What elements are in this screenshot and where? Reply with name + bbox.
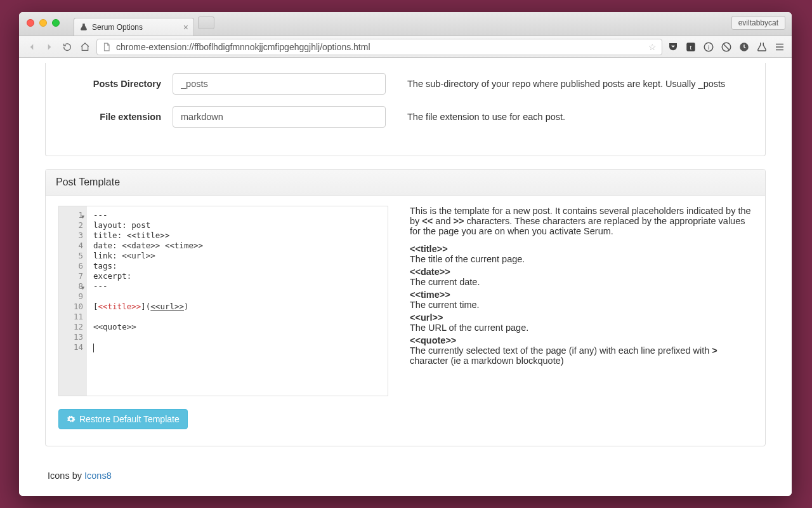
gear-icon — [67, 415, 75, 424]
posts-dir-input[interactable] — [173, 73, 386, 95]
minimize-window-button[interactable] — [39, 19, 47, 27]
close-window-button[interactable] — [27, 19, 34, 27]
tab-title: Serum Options — [92, 23, 143, 32]
tab-close-icon[interactable]: × — [183, 23, 188, 32]
posts-dir-row: Posts Directory The sub-directory of you… — [58, 73, 752, 95]
editor-code[interactable]: ---layout: posttitle: <<title>>date: <<d… — [87, 206, 388, 396]
tumblr-icon[interactable]: t — [685, 41, 697, 53]
address-bar[interactable]: chrome-extension://ffboflhdigfmnnokjjcmf… — [96, 39, 662, 55]
home-button[interactable] — [79, 41, 91, 53]
traffic-lights — [27, 19, 60, 27]
block-icon[interactable] — [721, 41, 732, 53]
footer: Icons by Icons8 — [48, 471, 766, 481]
file-ext-input[interactable] — [173, 106, 386, 128]
info-icon[interactable]: i — [703, 41, 714, 53]
browser-toolbar: chrome-extension://ffboflhdigfmnnokjjcmf… — [19, 36, 792, 58]
template-editor[interactable]: 1▼2345678▼91011121314 ---layout: posttit… — [58, 206, 388, 396]
template-help: This is the template for a new post. It … — [410, 206, 752, 396]
svg-text:t: t — [690, 43, 692, 50]
icons8-link[interactable]: Icons8 — [84, 471, 112, 481]
browser-tab[interactable]: Serum Options × — [74, 18, 194, 36]
back-button[interactable] — [25, 41, 38, 53]
zoom-window-button[interactable] — [52, 19, 60, 27]
clock-icon[interactable] — [738, 41, 750, 53]
page-icon — [102, 43, 111, 51]
new-tab-button[interactable] — [198, 17, 214, 29]
editor-gutter: 1▼2345678▼91011121314 — [59, 206, 87, 396]
restore-default-button[interactable]: Restore Default Template — [58, 409, 188, 429]
profile-badge[interactable]: eviltabbycat — [731, 16, 785, 30]
posts-dir-label: Posts Directory — [58, 79, 173, 89]
file-ext-row: File extension The file extension to use… — [58, 106, 752, 128]
settings-panel: Posts Directory The sub-directory of you… — [45, 63, 766, 156]
extension-icons: t i — [667, 41, 785, 53]
flask-icon[interactable] — [756, 41, 768, 53]
menu-icon[interactable] — [774, 41, 785, 53]
bookmark-star-icon[interactable]: ☆ — [648, 42, 657, 52]
pocket-icon[interactable] — [667, 41, 679, 53]
post-template-heading: Post Template — [46, 170, 765, 196]
file-ext-help: The file extension to use for each post. — [407, 112, 752, 122]
post-template-panel: Post Template 1▼2345678▼91011121314 ---l… — [45, 169, 766, 446]
file-ext-label: File extension — [58, 112, 173, 122]
svg-text:i: i — [708, 43, 709, 50]
url-text: chrome-extension://ffboflhdigfmnnokjjcmf… — [116, 42, 643, 52]
forward-button[interactable] — [43, 41, 56, 53]
favicon-flask-icon — [79, 23, 88, 32]
page-content: Posts Directory The sub-directory of you… — [19, 58, 792, 496]
browser-window: Serum Options × eviltabbycat chrome-exte… — [19, 12, 792, 496]
reload-button[interactable] — [61, 41, 74, 53]
posts-dir-help: The sub-directory of your repo where pub… — [407, 79, 752, 89]
window-titlebar: Serum Options × eviltabbycat — [19, 12, 792, 36]
